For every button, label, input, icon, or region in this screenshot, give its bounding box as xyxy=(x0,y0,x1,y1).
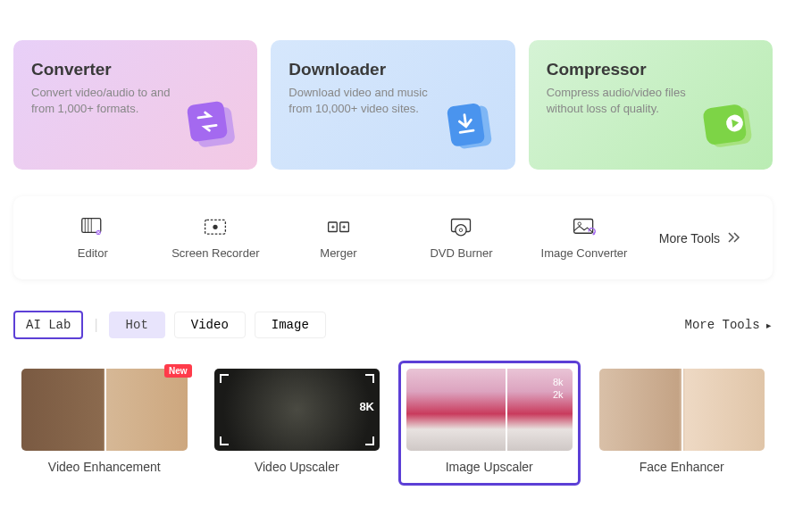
tab-video[interactable]: Video xyxy=(174,312,246,338)
tool-image-converter[interactable]: Image Converter xyxy=(523,216,646,260)
hero-desc: Download video and music from 10,000+ vi… xyxy=(288,85,449,117)
tool-label: DVD Burner xyxy=(430,246,492,260)
compress-icon xyxy=(697,94,764,161)
svg-rect-19 xyxy=(574,220,593,234)
tool-label: Screen Recorder xyxy=(171,246,259,260)
tool-screen-recorder[interactable]: Screen Recorder xyxy=(155,216,278,260)
more-tools-secondary[interactable]: More Tools ▸ xyxy=(685,318,773,333)
feature-label: Image Upscaler xyxy=(446,460,533,478)
merger-icon xyxy=(326,216,351,237)
tab-image[interactable]: Image xyxy=(255,312,326,338)
hero-title: Downloader xyxy=(288,60,497,79)
feature-video-enhancement[interactable]: New Video Enhancement xyxy=(13,361,196,486)
download-icon xyxy=(439,94,506,161)
svg-point-13 xyxy=(213,225,218,229)
feature-row: New Video Enhancement 8K Video Upscaler … xyxy=(13,361,773,486)
hero-title: Compressor xyxy=(547,60,755,79)
convert-icon xyxy=(181,94,248,161)
dvd-icon xyxy=(448,216,473,237)
feature-thumb xyxy=(21,369,188,451)
tool-editor[interactable]: Editor xyxy=(31,216,155,260)
feature-video-upscaler[interactable]: 8K Video Upscaler xyxy=(206,361,389,486)
hero-desc: Compress audio/video files without loss … xyxy=(547,85,707,117)
tab-hot[interactable]: Hot xyxy=(109,312,165,338)
hero-desc: Convert video/audio to and from 1,000+ f… xyxy=(31,85,192,117)
chevron-right-icon: ▸ xyxy=(765,318,773,333)
feature-thumb: 8k 2k xyxy=(406,369,573,451)
feature-label: Video Enhancement xyxy=(48,460,161,478)
tool-label: Editor xyxy=(78,246,108,260)
hero-title: Converter xyxy=(31,60,239,79)
tool-label: Merger xyxy=(320,246,356,260)
thumb-8k-label: 8k xyxy=(553,376,564,388)
more-tools-label: More Tools xyxy=(659,231,720,245)
tabs-row: AI Lab | Hot Video Image More Tools ▸ xyxy=(13,311,773,339)
feature-thumb: 8K xyxy=(214,369,380,451)
tool-dvd-burner[interactable]: DVD Burner xyxy=(400,216,523,260)
feature-image-upscaler[interactable]: 8k 2k Image Upscaler xyxy=(398,361,581,486)
svg-point-20 xyxy=(578,222,581,226)
hero-downloader[interactable]: Downloader Download video and music from… xyxy=(271,40,514,170)
tool-merger[interactable]: Merger xyxy=(277,216,400,260)
editor-icon xyxy=(80,216,105,237)
tabs-divider: | xyxy=(94,317,97,333)
feature-thumb xyxy=(599,369,765,451)
new-badge: New xyxy=(164,364,192,378)
thumb-2k-label: 2k xyxy=(553,388,564,401)
feature-label: Video Upscaler xyxy=(255,460,339,478)
tab-ai-lab[interactable]: AI Lab xyxy=(13,311,83,339)
hero-compressor[interactable]: Compressor Compress audio/video files wi… xyxy=(529,40,773,170)
image-converter-icon xyxy=(572,216,597,237)
hero-row: Converter Convert video/audio to and fro… xyxy=(13,40,773,170)
chevron-double-right-icon xyxy=(727,231,741,245)
feature-label: Face Enhancer xyxy=(640,460,724,478)
feature-face-enhancer[interactable]: Face Enhancer xyxy=(591,361,773,486)
more-tools-label: More Tools xyxy=(685,318,760,332)
more-tools-button[interactable]: More Tools xyxy=(646,231,755,245)
hero-converter[interactable]: Converter Convert video/audio to and fro… xyxy=(13,40,257,170)
svg-point-17 xyxy=(456,225,466,236)
screen-recorder-icon xyxy=(203,216,228,237)
tool-label: Image Converter xyxy=(541,246,628,260)
svg-rect-1 xyxy=(187,101,229,143)
tools-bar: Editor Screen Recorder Merger DVD Burner… xyxy=(13,196,773,279)
thumb-8k-label: 8K xyxy=(359,400,374,413)
